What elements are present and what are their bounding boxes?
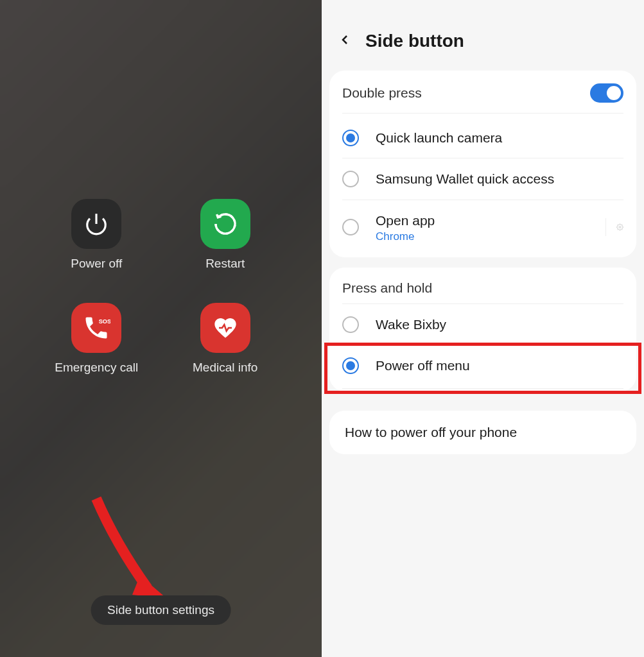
option-quick-launch-camera[interactable]: Quick launch camera bbox=[342, 117, 623, 158]
double-press-title: Double press bbox=[342, 85, 422, 101]
double-press-header: Double press bbox=[342, 83, 623, 114]
radio-samsung-wallet[interactable] bbox=[342, 171, 359, 187]
medical-info-button[interactable]: Medical info bbox=[174, 303, 277, 375]
how-to-power-off-label: How to power off your phone bbox=[345, 425, 517, 439]
power-off-button[interactable]: Power off bbox=[45, 199, 148, 271]
option-open-app[interactable]: Open app Chrome bbox=[342, 200, 623, 255]
power-menu-overlay: Power off Restart SOS Emergency call bbox=[0, 0, 322, 657]
sublabel-open-app: Chrome bbox=[376, 230, 599, 243]
side-button-settings-screen: Side button Double press Quick launch ca… bbox=[322, 0, 644, 657]
restart-label: Restart bbox=[205, 257, 245, 271]
radio-wake-bixby[interactable] bbox=[342, 316, 359, 333]
emergency-call-button[interactable]: SOS Emergency call bbox=[45, 303, 148, 375]
header: Side button bbox=[322, 5, 644, 71]
side-button-settings-label: Side button settings bbox=[107, 603, 214, 617]
sos-phone-icon: SOS bbox=[71, 303, 121, 353]
how-to-power-off-row[interactable]: How to power off your phone bbox=[329, 411, 636, 454]
label-power-off-menu: Power off menu bbox=[376, 357, 623, 374]
press-and-hold-section: Press and hold Wake Bixby Power off menu bbox=[329, 268, 636, 392]
radio-quick-launch-camera[interactable] bbox=[342, 130, 359, 146]
label-samsung-wallet: Samsung Wallet quick access bbox=[376, 170, 623, 187]
double-press-section: Double press Quick launch camera Samsung… bbox=[329, 71, 636, 257]
power-options-grid: Power off Restart SOS Emergency call bbox=[0, 199, 322, 375]
medical-info-label: Medical info bbox=[193, 361, 257, 375]
power-off-label: Power off bbox=[71, 257, 122, 271]
double-press-toggle[interactable] bbox=[590, 83, 623, 103]
side-button-settings-button[interactable]: Side button settings bbox=[91, 595, 231, 625]
page-title: Side button bbox=[365, 31, 464, 51]
svg-text:SOS: SOS bbox=[99, 318, 110, 325]
gear-icon[interactable] bbox=[605, 218, 623, 236]
svg-point-4 bbox=[619, 226, 621, 228]
label-open-app: Open app bbox=[376, 212, 599, 229]
option-wake-bixby[interactable]: Wake Bixby bbox=[342, 304, 623, 345]
option-power-off-menu[interactable]: Power off menu bbox=[342, 345, 623, 389]
label-quick-launch-camera: Quick launch camera bbox=[376, 129, 623, 146]
power-icon bbox=[71, 199, 121, 249]
press-and-hold-title: Press and hold bbox=[342, 271, 623, 304]
restart-icon bbox=[200, 199, 250, 249]
emergency-call-label: Emergency call bbox=[55, 361, 138, 375]
radio-power-off-menu[interactable] bbox=[342, 357, 359, 374]
back-icon[interactable] bbox=[337, 32, 355, 50]
heart-icon bbox=[200, 303, 250, 353]
option-samsung-wallet[interactable]: Samsung Wallet quick access bbox=[342, 158, 623, 200]
radio-open-app[interactable] bbox=[342, 219, 359, 235]
restart-button[interactable]: Restart bbox=[174, 199, 277, 271]
label-wake-bixby: Wake Bixby bbox=[376, 316, 623, 333]
